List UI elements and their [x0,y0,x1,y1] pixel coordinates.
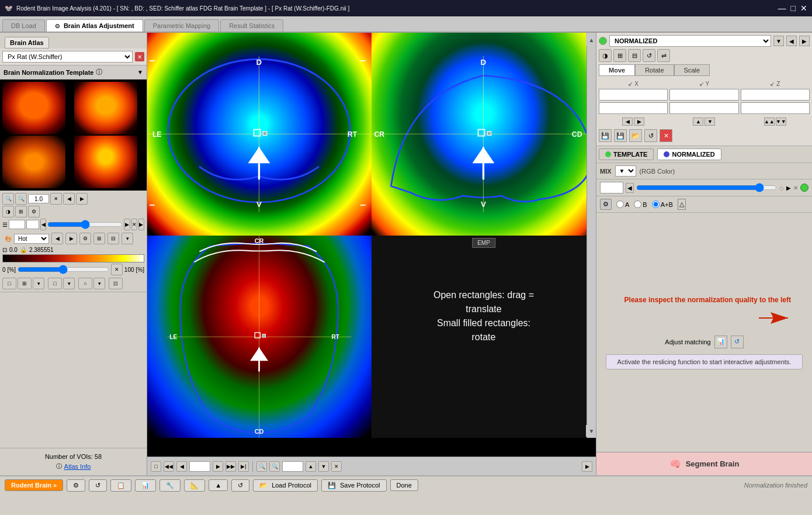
channel-a-radio[interactable] [616,201,624,208]
save-action-btn[interactable]: 💾 [599,129,612,142]
colormap-select[interactable]: Hot [14,234,49,244]
status-icon-btn-7[interactable]: ▲ [209,479,228,491]
flip-icon-btn[interactable]: ⇌ [657,49,670,62]
coord-z-input[interactable]: 49.707 [741,89,810,101]
canvas-fit-btn[interactable]: □ [151,461,161,472]
range-slider[interactable] [18,265,109,274]
zoom-input[interactable] [28,194,49,203]
brain-atlas-tab[interactable]: Brain Atlas [5,37,49,49]
colormap-extra-btn[interactable]: ⊞ [93,233,105,244]
tab-result-statistics[interactable]: Result Statistics [220,19,283,32]
zoom-arrow2-btn[interactable]: ▶ [76,193,88,205]
zoom-out-canvas-btn[interactable]: 🔍 [269,461,280,472]
coord-y-step[interactable]: 0.2 [669,102,738,114]
coord-z-step[interactable]: 0.2 [741,102,810,114]
coord-x-right-btn[interactable]: ▶ [634,117,644,126]
disp-btn-5[interactable]: ⊡ [109,278,123,289]
colormap-settings-btn[interactable]: ⚙ [79,233,91,244]
tn-tab-template[interactable]: TEMPLATE [599,148,654,160]
slice-input-1[interactable]: 60 [9,220,25,229]
canvas-end-btn[interactable]: ▶▶ [225,461,236,472]
mix-left-btn[interactable]: ◀ [626,183,634,193]
status-icon-btn-1[interactable]: ⚙ [67,479,85,492]
mix-dropdown[interactable]: ▼ [615,165,636,177]
contrast-icon-btn[interactable]: ◑ [599,49,612,62]
canvas-zoom-input[interactable]: 1.0 [282,461,303,472]
channel-ab-label[interactable]: A+B [652,201,673,208]
transform-tab-rotate[interactable]: Rotate [635,64,674,76]
channel-icon-btn[interactable]: ⚙ [600,199,612,210]
slice-x-btn[interactable]: ✕ [131,219,137,230]
minimize-btn[interactable]: — [778,4,786,13]
maximize-btn[interactable]: □ [791,4,796,13]
channel-mountain-btn[interactable]: △ [678,199,686,210]
mix-diamond-btn[interactable]: ◇ [779,185,784,191]
tab-db-load[interactable]: DB Load [2,19,45,32]
adjust-refresh-btn[interactable]: ↺ [731,336,744,348]
scroll-up-btn[interactable]: ▲ [586,34,596,46]
atlas-close-btn[interactable]: ✕ [135,52,144,61]
channel-a-label[interactable]: A [616,201,629,208]
coord-x-step[interactable]: 0.2 [599,102,668,114]
norm-prev-btn[interactable]: ◀ [786,36,797,46]
canvas-fwd-btn[interactable]: ▶ [213,461,223,472]
zoom-out-btn[interactable]: 🔍 [15,193,27,205]
scroll-down-btn[interactable]: ▼ [586,425,596,437]
status-icon-btn-2[interactable]: ↺ [89,479,107,492]
status-icon-btn-6[interactable]: 📐 [184,479,205,492]
colormap-next-btn[interactable]: ▶ [65,233,77,244]
mix-right-btn[interactable]: ▶ [786,185,791,191]
open-action-btn[interactable]: 📂 [629,129,642,142]
mix-slider[interactable] [636,184,777,192]
disp-arrow-btn[interactable]: ▾ [33,278,44,289]
atlas-select[interactable]: Px Rat (W.Schiffer) [2,51,133,63]
coord-x-input[interactable]: 1.4 [599,89,668,101]
adjust-icon-btn[interactable]: 📊 [714,336,727,348]
norm-template-dropdown[interactable]: ▼ [137,69,143,75]
coord-y-down-btn[interactable]: ▼ [705,117,715,126]
colormap-extra3-btn[interactable]: ▾ [122,233,133,244]
mix-close-btn[interactable]: ✕ [793,185,798,191]
slice-right-btn[interactable]: ▶ [124,219,130,230]
canvas-zoom-up-btn[interactable]: ▲ [306,461,316,472]
transform-tab-scale[interactable]: Scale [674,64,710,76]
brain-view-top-right[interactable]: D V CR CD [372,33,596,236]
norm-select[interactable]: NORMALIZED [609,35,771,47]
status-icon-btn-3[interactable]: 📋 [110,479,131,492]
status-icon-btn-5[interactable]: 🔧 [159,479,181,492]
canvas-prev-btn[interactable]: ◀◀ [164,461,174,472]
disp-btn-3[interactable]: □ [48,278,62,289]
zoom-arrow-btn[interactable]: ◀ [63,193,75,205]
save2-action-btn[interactable]: 💾 [614,129,627,142]
grid-icon-btn[interactable]: ⊞ [613,49,626,62]
coord-z-up-btn[interactable]: ▲▲ [764,117,775,126]
slice-slider[interactable] [47,220,123,229]
disp-btn-4[interactable]: ○ [78,278,92,289]
disp-arrow3-btn[interactable]: ▾ [93,278,105,289]
colormap-extra2-btn[interactable]: ⊟ [107,233,119,244]
channel-ab-radio[interactable] [652,201,660,208]
channel-b-label[interactable]: B [634,201,647,208]
close-btn[interactable]: ✕ [800,4,807,13]
brain-view-bottom-left[interactable]: CR CD LE RT [147,236,372,438]
zoom-in-canvas-btn[interactable]: 🔍 [256,461,267,472]
canvas-last-btn[interactable]: ▶| [238,461,249,472]
range-x-btn[interactable]: ✕ [111,264,123,275]
canvas-zoom-down-btn[interactable]: ▼ [318,461,329,472]
coord-x-left-btn[interactable]: ◀ [622,117,633,126]
atlas-info-link[interactable]: Atlas Info [64,463,91,470]
mix-green-dot[interactable] [800,184,808,192]
grid-btn[interactable]: ⊞ [15,206,27,217]
disp-btn-2[interactable]: ⊞ [18,278,32,289]
reset-action-btn[interactable]: ↺ [644,129,657,142]
activate-bar[interactable]: Activate the reslicing function to start… [606,354,803,369]
zoom-reset-btn[interactable]: ✕ [50,193,62,205]
segment-brain-bar[interactable]: 🧠 Segment Brain [596,452,812,475]
settings-btn[interactable]: ⚙ [28,206,40,217]
rotate-icon-btn[interactable]: ↺ [643,49,655,62]
canvas-back-btn[interactable]: ◀ [176,461,187,472]
zoom-fit-btn[interactable]: 🔍 [2,193,14,205]
canvas-rightmost-btn[interactable]: ▶ [582,461,592,472]
norm-dropdown-btn[interactable]: ▼ [773,36,784,46]
done-btn[interactable]: Done [390,479,418,491]
